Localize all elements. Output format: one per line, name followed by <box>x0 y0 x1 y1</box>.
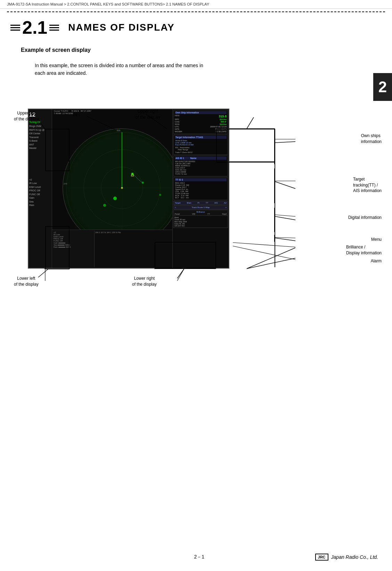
chapter-lines-decoration-right <box>49 24 59 31</box>
mark-track-info: Mark Track 30 sec Man Map Shift Data HL … <box>174 216 227 227</box>
own-ship-info-box: Own Ship Information HDG 315.0 SPD 15.6 … <box>173 110 228 134</box>
x2-label: ×2 <box>29 178 51 182</box>
rain-label: Rain <box>29 204 51 207</box>
label-target-tracking: Target tracking(TT) / AIS information <box>353 176 382 194</box>
menu-strip-2: < Track Route U.Map > <box>173 205 228 209</box>
gps-row: GPS 55 14.350'N <box>175 128 227 130</box>
label-lower-right: Lower right of the display <box>132 276 157 287</box>
proc-off-label: PROC Off <box>29 189 51 193</box>
label-ppi: PPI <box>73 112 80 118</box>
svg-point-25 <box>159 194 161 196</box>
radar-left-panel: 12 Tuning OK Rings 2NM RMTI N Up @ Off C… <box>28 109 52 268</box>
label-lower-left: Lower left of the display <box>14 276 39 287</box>
label-upper-left: Upper left of the display <box>14 110 39 122</box>
ir-low-label: IR Low <box>29 182 51 185</box>
menu-strip: TargetMainPI TTAISAZ <box>173 201 228 205</box>
chapter-lines-decoration <box>10 24 20 31</box>
master-label: Master <box>29 146 51 150</box>
radar-bottom-panel: ×2 IR Low ENH Level PROC Off FUNC Off Ga… <box>52 230 172 268</box>
svg-line-12 <box>38 269 49 277</box>
func-off-label: FUNC Off <box>29 193 51 197</box>
cursor-info: Cursor T AUTO R 342.6 95°17.2297 <box>54 110 91 112</box>
company-name: Japan Radio Co., Ltd. <box>331 554 378 560</box>
svg-line-35 <box>275 237 295 238</box>
radar-screen: 12 Tuning OK Rings 2NM RMTI N Up @ Off C… <box>28 109 229 269</box>
panel-controls: PanelVIDTTDay2 <box>175 213 227 215</box>
rings-label: Rings 2NM <box>29 125 51 128</box>
section-heading: Example of screen display <box>0 43 392 57</box>
radar-right-panel: Own Ship Information HDG 315.0 SPD 15.6 … <box>172 109 229 268</box>
svg-rect-43 <box>274 208 275 232</box>
chapter-number: 2.1 <box>22 18 47 37</box>
bottom-right-sub: 190.2327 N 164.1 235 N PIα <box>95 231 172 267</box>
svg-rect-51 <box>45 269 70 269</box>
s-band-label: S-Band <box>29 139 51 143</box>
off-center-label: Off Center <box>29 132 51 136</box>
range-label-left: 270 <box>64 183 67 185</box>
chapter-title: NAMES OF DISPLAY <box>68 22 174 33</box>
page-number: 2－1 <box>194 554 204 560</box>
trails-info: Trails T 15min 09:52 <box>175 151 227 154</box>
target-info-title: Target Information TT/AIS <box>175 136 227 139</box>
gain-label: Gain <box>29 196 51 200</box>
rmti-label: RMTI N Up @ <box>29 128 51 132</box>
svg-rect-40 <box>275 129 275 267</box>
label-digital-info: Digital information <box>348 215 382 221</box>
body-text: In this example, the screen is divided i… <box>0 57 392 81</box>
radar-rings-svg <box>63 129 181 247</box>
sog-row: SOG 15.8 kn <box>175 123 227 126</box>
label-own-ships: Own ships information <box>361 133 382 145</box>
footer-logo: JRC Japan Radio Co., Ltd. <box>315 554 378 561</box>
tt-id-details: BRG 249.0 Range 4.18 NM Course 344.7 ° S… <box>175 182 227 199</box>
target-info-box: Target Information TT/AIS Vector R 6minL… <box>173 135 228 155</box>
range-label-top: 000 <box>117 129 120 132</box>
transmit-label: Transmit <box>29 136 51 140</box>
svg-line-10 <box>247 258 295 269</box>
label-upper-right: Upper right of the display <box>136 109 160 120</box>
sea-label: Sea <box>29 200 51 204</box>
svg-line-8 <box>275 238 295 241</box>
svg-line-6 <box>275 182 295 189</box>
svg-line-14 <box>177 269 184 278</box>
svg-rect-42 <box>274 168 275 203</box>
radar-main-area: 000 090 180 270 Cursor T AUTO R 342.6 95… <box>52 109 172 230</box>
svg-rect-60 <box>275 129 275 162</box>
chapter-number-box: 2.1 <box>10 18 61 37</box>
wgs84-row: WGS84 11 55.234'E <box>175 130 227 133</box>
utc-row: UTC 2008-07-01 12:34 <box>175 126 227 128</box>
breadcrumb: JMA-9172-SA Instruction Manual > 2.CONTR… <box>0 0 392 9</box>
cog-row: COG 305.9° <box>175 121 227 123</box>
target-vector-info: Vector R 6minLimit 1.5NM 10 minPast POSN… <box>175 139 227 146</box>
tt-id-box: TT ID 3 BRG 249.0 Range 4.18 NM Course 3… <box>173 177 228 200</box>
svg-point-23 <box>113 197 117 200</box>
enh-level-label: ENH Level <box>29 185 51 189</box>
svg-line-36 <box>233 243 295 247</box>
ais-id-title: AIS ID 1 Name <box>175 157 227 160</box>
svg-line-7 <box>275 216 295 220</box>
cursor-info-2: 7.45NM 11°44.5295 <box>54 112 73 114</box>
svg-line-34 <box>275 215 295 216</box>
hdg-row: HDG 315.0 <box>175 114 227 118</box>
lower-left-controls: ×2 IR Low ENH Level PROC Off FUNC Off Ga… <box>54 231 93 248</box>
ais-id-details: MA-9100/7100 SERIES Call Sin JRCJ-MA MMS… <box>175 160 227 175</box>
jrc-label: JRC <box>315 554 328 561</box>
label-alarm: Alarm <box>371 258 382 264</box>
svg-line-4 <box>247 117 254 129</box>
svg-line-5 <box>275 142 295 143</box>
svg-line-39 <box>177 269 184 281</box>
svg-rect-41 <box>274 129 275 164</box>
ant-label: ANT <box>29 143 51 147</box>
ais-id-box: AIS ID 1 Name MA-9100/7100 SERIES Call S… <box>173 156 228 176</box>
bottom-range-info: 190.2327 N 164.1 235 N PIα <box>95 231 171 233</box>
label-menu: Menu <box>371 237 382 243</box>
tt-id-title: TT ID 3 <box>175 178 227 181</box>
label-brilliance: Brilliance / Display information <box>346 244 382 256</box>
mark-track-box: Mark Track 30 sec Man Map Shift Data HL … <box>173 215 228 228</box>
diagram-area: 12 Tuning OK Rings 2NM RMTI N Up @ Off C… <box>10 88 382 290</box>
page-footer: 2－1 JRC Japan Radio Co., Ltd. <box>0 554 392 561</box>
bottom-left-sub: ×2 IR Low ENH Level PROC Off FUNC Off Ga… <box>53 231 95 267</box>
own-ship-title: Own Ship Information <box>175 111 227 114</box>
svg-point-24 <box>103 204 106 207</box>
svg-line-9 <box>247 248 295 269</box>
chapter-header: 2.1 NAMES OF DISPLAY <box>0 12 392 40</box>
